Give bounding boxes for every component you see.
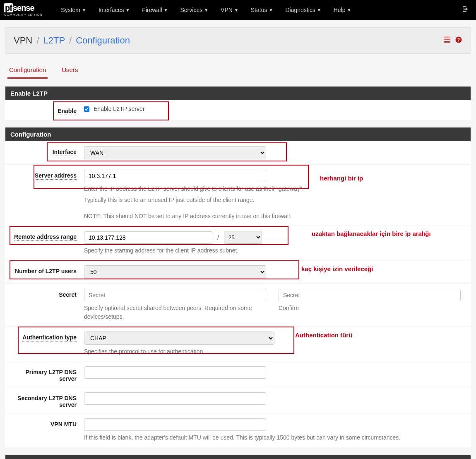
auth-type-label: Authentication type xyxy=(22,334,77,341)
server-address-help2: Typically this is set to an unused IP ju… xyxy=(84,196,466,204)
enable-l2tp-checkbox[interactable] xyxy=(84,106,89,112)
secondary-dns-input[interactable] xyxy=(84,392,266,405)
breadcrumb-panel: VPN / L2TP / Configuration ? xyxy=(5,27,471,54)
breadcrumb-vpn: VPN xyxy=(14,35,32,46)
panel-header-radius: RADIUS xyxy=(5,455,471,459)
server-address-help1: Enter the IP address the L2TP server sho… xyxy=(84,185,466,193)
vpn-mtu-input[interactable] xyxy=(84,418,266,431)
breadcrumb-l2tp[interactable]: L2TP xyxy=(43,35,65,46)
enable-l2tp-checkbox-wrap[interactable]: Enable L2TP server xyxy=(84,105,144,112)
annotation-3: kaç kişiye izin verileceği xyxy=(301,265,373,272)
nav-vpn[interactable]: VPN▼ xyxy=(214,7,245,13)
panel-radius: RADIUS Enable Use a RADIUS server for au… xyxy=(5,455,471,459)
breadcrumb-configuration[interactable]: Configuration xyxy=(76,35,130,46)
secret-input[interactable] xyxy=(84,289,266,301)
nav-interfaces[interactable]: Interfaces▼ xyxy=(92,7,136,13)
remote-range-mask-select[interactable]: 25 xyxy=(224,231,262,244)
nav-system[interactable]: System▼ xyxy=(55,7,92,13)
auth-type-help: Specifies the protocol to use for authen… xyxy=(84,347,466,356)
nav-services[interactable]: Services▼ xyxy=(174,7,214,13)
tab-configuration[interactable]: Configuration xyxy=(7,62,48,79)
panel-enable-l2tp: Enable L2TP Enable Enable L2TP server xyxy=(5,86,471,120)
navbar: pfsense COMMUNITY EDITION System▼ Interf… xyxy=(0,0,476,20)
secret-help: Specify optional secret shared between p… xyxy=(84,304,266,321)
secret-confirm-help: Confirm xyxy=(279,304,461,321)
primary-dns-input[interactable] xyxy=(84,366,266,379)
list-icon[interactable] xyxy=(443,36,451,46)
num-users-select[interactable]: 50 xyxy=(84,265,266,279)
tabs: Configuration Users xyxy=(7,62,469,79)
nav-diagnostics[interactable]: Diagnostics▼ xyxy=(279,7,327,13)
remote-range-help: Specify the starting address for the cli… xyxy=(84,246,466,255)
interface-label: Interface xyxy=(53,149,77,156)
remote-range-label: Remote address range xyxy=(14,233,77,241)
vpn-mtu-help: If this field is blank, the adapter's de… xyxy=(84,433,466,442)
remote-range-input[interactable] xyxy=(84,231,212,244)
annotation-1: herhangi bir ip xyxy=(320,175,363,182)
secondary-dns-label: Secondary L2TP DNS server xyxy=(17,395,77,408)
server-address-input[interactable] xyxy=(84,170,266,182)
annotation-4: Authentication türü xyxy=(295,332,352,339)
help-icon[interactable]: ? xyxy=(455,36,462,46)
vpn-mtu-label: VPN MTU xyxy=(50,421,77,428)
enable-l2tp-label: Enable xyxy=(58,108,77,115)
logo[interactable]: pfsense COMMUNITY EDITION xyxy=(4,3,42,17)
server-address-label: Server address xyxy=(35,172,77,180)
panel-configuration: Configuration Interface WAN Server addre… xyxy=(5,127,471,447)
svg-text:?: ? xyxy=(457,37,460,42)
secret-confirm-input[interactable] xyxy=(279,289,461,301)
logout-icon[interactable] xyxy=(459,6,472,14)
nav-firewall[interactable]: Firewall▼ xyxy=(136,7,174,13)
interface-select[interactable]: WAN xyxy=(84,146,266,159)
panel-header-configuration: Configuration xyxy=(5,127,471,141)
auth-type-select[interactable]: CHAP xyxy=(84,332,274,345)
annotation-2: uzaktan bağlanacaklar için bire ip aralı… xyxy=(312,230,431,237)
breadcrumb: VPN / L2TP / Configuration xyxy=(14,35,130,46)
num-users-label: Number of L2TP users xyxy=(15,268,77,275)
nav-help[interactable]: Help▼ xyxy=(327,7,358,13)
tab-users[interactable]: Users xyxy=(60,62,79,79)
nav-status[interactable]: Status▼ xyxy=(245,7,279,13)
primary-dns-label: Primary L2TP DNS server xyxy=(26,369,77,382)
panel-header-enable-l2tp: Enable L2TP xyxy=(5,87,471,100)
secret-label: Secret xyxy=(59,291,77,298)
server-address-help3: NOTE: This should NOT be set to any IP a… xyxy=(84,212,466,221)
